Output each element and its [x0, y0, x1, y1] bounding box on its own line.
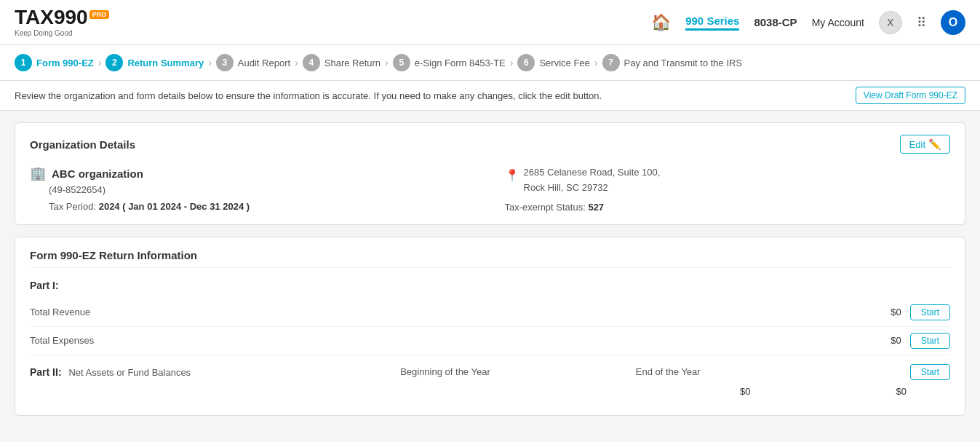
arrow-2: › — [208, 57, 212, 68]
form-info-title: Form 990-EZ Return Information — [30, 249, 950, 268]
total-revenue-row: Total Revenue $0 Start — [30, 299, 950, 327]
pin-icon: 📍 — [505, 166, 519, 185]
pro-badge: PRO — [89, 10, 110, 19]
avatar-x[interactable]: X — [879, 11, 902, 34]
review-bar: Review the organization and form details… — [0, 81, 980, 111]
org-address: 📍 2685 Celanese Road, Suite 100, Rock Hi… — [505, 165, 951, 196]
arrow-1: › — [98, 57, 102, 68]
org-name: ABC organization — [52, 167, 143, 180]
part2-columns-header: Beginning of the Year End of the Year — [400, 366, 701, 377]
total-revenue-value: $0 — [872, 307, 901, 317]
building-icon: 🏢 — [30, 165, 46, 181]
arrow-6: › — [594, 57, 598, 68]
view-draft-button[interactable]: View Draft Form 990-EZ — [856, 87, 965, 104]
part2-values: $0 $0 — [740, 386, 907, 397]
org-card-title: Organization Details — [30, 138, 135, 151]
logo: TAX990PRO — [15, 7, 109, 28]
step-6[interactable]: 6 Service Fee — [517, 54, 589, 71]
address-text: 2685 Celanese Road, Suite 100, Rock Hill… — [524, 165, 661, 196]
logo-990: 990 — [54, 6, 88, 28]
part2-start-button[interactable]: Start — [910, 364, 950, 380]
address-line1: 2685 Celanese Road, Suite 100, — [524, 165, 661, 181]
org-left-col: 🏢 ABC organization (49-8522654) Tax Peri… — [30, 165, 476, 213]
step-4-label: Share Return — [324, 58, 381, 68]
org-tax-period: Tax Period: 2024 ( Jan 01 2024 - Dec 31 … — [30, 201, 476, 212]
step-2-label: Return Summary — [127, 58, 204, 68]
total-expenses-row: Total Expenses $0 Start — [30, 327, 950, 355]
step-7-label: Pay and Transmit to the IRS — [624, 58, 743, 68]
total-expenses-label: Total Expenses — [30, 335, 94, 346]
tax-period-value: 2024 ( Jan 01 2024 - Dec 31 2024 ) — [99, 201, 250, 212]
header: TAX990PRO Keep Doing Good 🏠 990 Series 8… — [0, 0, 980, 45]
part2-data-row: . $0 $0 — [30, 380, 950, 403]
step-3[interactable]: 3 Audit Report — [216, 54, 290, 71]
edit-org-button[interactable]: Edit ✏️ — [900, 135, 950, 154]
edit-icon: ✏️ — [928, 138, 941, 150]
step-4[interactable]: 4 Share Return — [303, 54, 381, 71]
total-revenue-start-button[interactable]: Start — [910, 304, 950, 320]
tagline: Keep Doing Good — [15, 29, 73, 37]
org-details-card: Organization Details Edit ✏️ 🏢 ABC organ… — [15, 122, 965, 225]
tax-exempt-value: 527 — [588, 202, 604, 213]
step-1-circle: 1 — [15, 54, 32, 71]
org-name-row: 🏢 ABC organization — [30, 165, 476, 181]
tax-exempt-label: Tax-exempt Status: — [505, 202, 586, 213]
part1-label: Part I: — [30, 280, 950, 291]
step-4-circle: 4 — [303, 54, 320, 71]
step-5-circle: 5 — [393, 54, 410, 71]
my-account-nav[interactable]: My Account — [812, 17, 864, 28]
step-5-label: e-Sign Form 8453-TE — [415, 58, 506, 68]
org-ein: (49-8522654) — [30, 184, 476, 195]
part2-label: Part II: — [30, 366, 62, 378]
part2-header: Part II: Net Assets or Fund Balances Beg… — [30, 364, 950, 380]
arrow-5: › — [510, 57, 514, 68]
step-5[interactable]: 5 e-Sign Form 8453-TE — [393, 54, 506, 71]
part2-end-value: $0 — [896, 386, 907, 397]
form-info-card: Form 990-EZ Return Information Part I: T… — [15, 237, 965, 416]
col-beginning-label: Beginning of the Year — [400, 366, 490, 377]
org-card-header: Organization Details Edit ✏️ — [30, 135, 950, 154]
step-6-circle: 6 — [517, 54, 535, 71]
arrow-4: › — [385, 57, 389, 68]
step-2-circle: 2 — [105, 54, 123, 71]
part2-empty-label: . — [30, 386, 33, 398]
form-nav[interactable]: 8038-CP — [754, 16, 797, 28]
org-right-col: 📍 2685 Celanese Road, Suite 100, Rock Hi… — [505, 165, 951, 213]
step-1-label: Form 990-EZ — [36, 58, 94, 68]
part2-title: Part II: Net Assets or Fund Balances — [30, 366, 191, 378]
step-3-label: Audit Report — [238, 58, 290, 68]
step-7-circle: 7 — [602, 54, 620, 71]
grid-icon[interactable]: ⠿ — [917, 15, 926, 31]
step-7[interactable]: 7 Pay and Transmit to the IRS — [602, 54, 743, 71]
col-end-label: End of the Year — [636, 366, 701, 377]
stepper: 1 Form 990-EZ › 2 Return Summary › 3 Aud… — [0, 45, 980, 81]
logo-tax: TAX — [15, 6, 54, 28]
review-message: Review the organization and form details… — [15, 90, 602, 101]
home-icon[interactable]: 🏠 — [651, 13, 671, 32]
total-expenses-start-button[interactable]: Start — [910, 333, 950, 349]
total-revenue-label: Total Revenue — [30, 307, 90, 317]
series-nav[interactable]: 990 Series — [685, 15, 739, 31]
step-2[interactable]: 2 Return Summary — [105, 54, 204, 71]
part2-subtitle: Net Assets or Fund Balances — [68, 367, 191, 378]
header-nav: 🏠 990 Series 8038-CP My Account X ⠿ O — [651, 10, 965, 35]
step-1[interactable]: 1 Form 990-EZ — [15, 54, 94, 71]
step-3-circle: 3 — [216, 54, 234, 71]
edit-label: Edit — [909, 139, 925, 150]
tax-period-label: Tax Period: — [49, 201, 96, 212]
arrow-3: › — [295, 57, 298, 68]
main-content: Organization Details Edit ✏️ 🏢 ABC organ… — [0, 111, 980, 439]
avatar-blue[interactable]: O — [941, 10, 965, 35]
part2-beginning-value: $0 — [740, 386, 750, 397]
total-expenses-value: $0 — [872, 335, 901, 346]
logo-area: TAX990PRO Keep Doing Good — [15, 7, 109, 37]
org-tax-status: Tax-exempt Status: 527 — [505, 202, 951, 213]
total-revenue-right: $0 Start — [872, 304, 950, 320]
step-6-label: Service Fee — [539, 58, 589, 68]
org-grid: 🏢 ABC organization (49-8522654) Tax Peri… — [30, 165, 950, 213]
address-line2: Rock Hill, SC 29732 — [524, 181, 661, 196]
total-expenses-right: $0 Start — [872, 333, 950, 349]
